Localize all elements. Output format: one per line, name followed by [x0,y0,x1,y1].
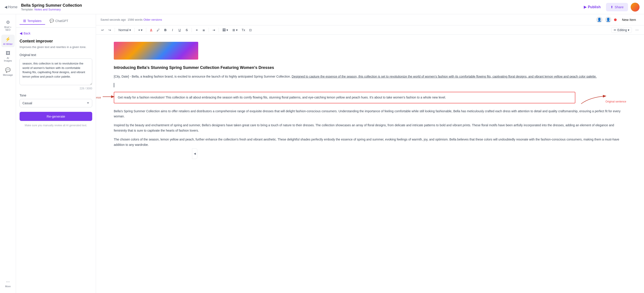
ai-writer-icon: ⚡ [5,36,11,42]
share-button[interactable]: ⬆ Share [606,3,628,11]
cursor-container [114,83,626,89]
sidebar-item-brief-seo[interactable]: ⚙ Brief + SEO [1,18,15,33]
sidebar-label-brief-seo: Brief + SEO [3,26,13,31]
panel-content: ◀ Back Content improver Improves the giv… [16,28,96,293]
improved-box-wrapper: Get ready for a fashion revolution! This… [114,90,575,105]
indent-button[interactable]: ⇥ [211,27,217,33]
toolbar-sep-4 [192,28,192,32]
toolbar-sep-3 [146,28,146,32]
tone-select[interactable]: CasualFormalFriendlyProfessional [20,99,92,107]
panel-collapse-toggle[interactable]: ◀ [192,148,197,159]
ai-disclaimer: Make sure you manually review all AI gen… [20,124,92,128]
numbered-list-button[interactable]: ≣ [201,27,207,33]
bullet-list-button[interactable]: ≡ [194,27,200,33]
editor-area: Saved seconds ago 1566 words Older versi… [96,14,644,293]
topbar-title-area: Bella Spring Summer Collection Template:… [21,3,82,11]
original-text-input[interactable]: season, this collection is set to revolu… [20,58,92,85]
more-icon: ··· [6,279,10,284]
editing-dropdown[interactable]: ✏ Editing ▾ [611,27,632,33]
improved-sentence-annotation: Improved sentence [96,95,101,100]
template-link[interactable]: Notes and Summary [34,8,61,11]
section-desc: Improves the given text and rewrites in … [20,45,92,49]
align-icon: ≡ [138,28,140,32]
redo-button[interactable]: ↪ [107,27,113,33]
undo-button[interactable]: ↩ [100,27,106,33]
sidebar-item-more[interactable]: ··· More [1,277,15,290]
sidebar-label-ai-images: AI Images [3,57,13,62]
sidebar-label-more: More [5,285,11,288]
toolbar-right-group: ✏ Editing ▾ ··· [611,27,640,33]
original-text-label: Original text [20,53,92,57]
more-options-button[interactable]: ··· [634,27,640,33]
sidebar-label-message: Message [3,74,13,76]
chevron-left-icon: ◀ [4,5,7,9]
toolbar-sep-6 [219,28,219,32]
annotation-label-area: Original sentence [579,90,626,104]
toolbar-sep-1 [115,28,115,32]
publish-button[interactable]: ▶ Publish [581,3,603,11]
sidebar-label-ai-writer: AI Writer [3,43,13,45]
improved-sentence-area: Get ready for a fashion revolution! This… [114,90,626,105]
collab-icon-2[interactable]: 👤 [605,17,611,23]
word-count: 1566 words [128,18,142,21]
doc-body[interactable]: [City, Date] - Bella, a leading fashion … [114,74,626,148]
templates-tab-icon: ⊞ [23,19,26,23]
doc-paragraph-3: Inspired by the beauty and enchantment o… [114,123,626,134]
doc-paragraph-1: [City, Date] - Bella, a leading fashion … [114,74,626,79]
share-label: Share [615,5,624,9]
new-item-button[interactable]: New Item [618,16,640,23]
back-label: Back [24,32,30,35]
editor-content[interactable]: Introducing Bella's Stunning Spring Summ… [96,35,644,293]
toolbar-sep-5 [209,28,209,32]
template-prefix: Template: [21,8,34,11]
tab-templates[interactable]: ⊞ Templates [20,17,45,25]
new-item-container: New Item [614,16,640,23]
doc-banner-image [114,42,198,60]
back-icon: ◀ [20,31,22,35]
embed-button[interactable]: ⊡ [247,27,254,33]
doc-paragraph-2: Bella's Spring Summer Collection aims to… [114,109,626,120]
new-item-label: New Item [622,18,636,22]
ai-images-icon: 🖼 [6,51,10,56]
collab-icon-1[interactable]: 👤 [596,17,602,23]
annotation-row: Get ready for a fashion revolution! This… [114,90,626,105]
tab-chatgpt[interactable]: 💬 ChatGPT [46,17,72,25]
regenerate-button[interactable]: Re-generate [20,112,92,121]
alignment-dropdown[interactable]: ≡ ▾ [136,27,144,33]
improved-label: Improved sentence [96,96,101,99]
clear-format-button[interactable]: Tx [240,27,246,33]
publish-label: Publish [588,5,601,9]
strikethrough-button[interactable]: S [184,27,190,33]
italic-button[interactable]: I [169,27,176,33]
text-style-dropdown[interactable]: Normal ▾ [117,27,133,33]
sidebar-item-message[interactable]: 💬 Message [1,66,15,78]
panel-tabs: ⊞ Templates 💬 ChatGPT [16,14,96,28]
table-chevron-icon: ▾ [236,28,238,32]
tone-label: Tone [20,94,92,97]
topbar-actions: ▶ Publish ⬆ Share [581,3,640,12]
sidebar-item-ai-images[interactable]: 🖼 AI Images [1,49,15,64]
table-dropdown[interactable]: ⊞ ▾ [231,27,239,33]
bold-button[interactable]: B [162,27,168,33]
edit-icon: ✏ [614,28,616,32]
brief-seo-icon: ⚙ [6,20,10,25]
message-icon: 💬 [5,67,11,73]
older-versions-link[interactable]: Older versions [143,18,162,21]
back-link[interactable]: ◀ Back [20,31,92,35]
image-dropdown[interactable]: 🖼 ▾ [221,27,230,33]
image-chevron-icon: ▾ [226,28,228,32]
chatgpt-tab-icon: 💬 [50,19,54,23]
topbar: ◀ Home Bella Spring Summer Collection Te… [0,0,644,14]
text-cursor [114,83,114,87]
editor-top-right: 👤 👤 New Item [596,16,640,23]
sidebar-item-ai-writer[interactable]: ⚡ AI Writer [1,35,15,47]
avatar[interactable] [631,3,640,12]
icon-sidebar: ⚙ Brief + SEO ⚡ AI Writer 🖼 AI Images 💬 … [0,14,16,293]
text-color-button[interactable]: A [148,27,154,33]
highlight-button[interactable]: 🖊 [155,27,161,33]
underline-button[interactable]: U [176,27,183,33]
new-item-indicator [614,18,617,21]
regenerate-label: Re-generate [47,114,65,118]
home-link[interactable]: ◀ Home [4,5,18,9]
editing-label: Editing [617,28,627,32]
